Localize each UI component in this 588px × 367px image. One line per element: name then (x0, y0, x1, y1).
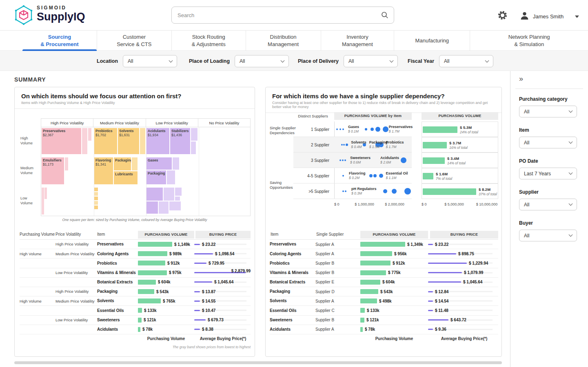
row-price-volatility: Low Price Volatility (55, 318, 97, 322)
sidebar-filter-label-purchasing-category: Purchasing category (519, 96, 579, 102)
table-row: ProbioticsSupplier B$ 912k$ 1,229.94 (270, 259, 498, 268)
treemap-item[interactable] (44, 188, 47, 199)
treemap-item-solvents[interactable]: Solvents$1,631 (118, 128, 139, 154)
search-input[interactable] (172, 12, 381, 18)
sidebar-po-date-select[interactable]: Last 7 Years (519, 168, 577, 179)
data-dot (341, 144, 343, 146)
dot-label-value: $ 1.7M (389, 129, 413, 133)
brand-logo[interactable]: SIGMOID SupplyIQ (14, 5, 85, 25)
tab-customer-service-cts[interactable]: CustomerService & CTS (97, 31, 171, 51)
price-line (194, 263, 206, 264)
gray-band-note: The gray band shows prices from lowest t… (20, 345, 251, 349)
chart-bar-row: $ 5.3M24% of total (422, 122, 498, 137)
treemap-item-acidulants[interactable]: Acidulants$1,934 (146, 128, 169, 154)
settings-gear-icon[interactable] (497, 10, 508, 20)
volume-value: $ 604k (382, 280, 395, 284)
treemap-item[interactable] (94, 192, 98, 196)
tab-label: Management (342, 41, 373, 48)
data-dot (375, 127, 380, 132)
treemap-item[interactable] (175, 197, 180, 201)
user-avatar-icon[interactable] (519, 11, 530, 21)
user-menu-chevron-icon[interactable] (575, 15, 579, 18)
treemap-item-lubricants[interactable]: Lubricants (114, 171, 138, 184)
filter-location-select[interactable]: All (123, 55, 177, 67)
treemap-item-emulsifiers[interactable]: Emulsifiers$1,173 (42, 157, 64, 184)
bar-percent: 14% of total (447, 161, 466, 166)
price-value: $ 10.47 (202, 308, 215, 313)
treemap-item-stabilizers[interactable]: Stabilizers$1,436 (170, 128, 190, 154)
treemap-item[interactable] (169, 201, 181, 210)
filter-fiscal-year-select[interactable]: All (439, 55, 493, 67)
data-dot (342, 190, 344, 192)
dot-label-name: Preservatives (389, 125, 413, 129)
price-line (194, 319, 206, 321)
sidebar-filter-label-po-date: PO Date (519, 158, 579, 164)
row-volume-cell: $ 775k (360, 270, 428, 275)
tab-sourcing-procurement[interactable]: Sourcing& Procurement (22, 31, 97, 51)
volume-bar (423, 157, 445, 164)
sidebar-item-select[interactable]: All (519, 137, 577, 148)
treemap-item[interactable] (42, 188, 44, 214)
treemap-item-probiotics[interactable]: Probiotics$1,702 (94, 128, 117, 154)
treemap-item-name: Solvents (119, 129, 138, 133)
filter-place-of-delivery-select[interactable]: All (344, 55, 398, 67)
treemap-item[interactable] (159, 201, 169, 214)
horizontal-scrollbar[interactable] (14, 361, 502, 364)
treemap-item[interactable] (88, 128, 91, 141)
treemap-item[interactable] (191, 141, 196, 154)
tab-manufacturing[interactable]: Manufacturing (394, 31, 470, 51)
treemap-item[interactable] (94, 188, 98, 191)
tab-label: Customer (123, 33, 146, 41)
volume-value: $ 956k (394, 252, 407, 256)
treemap-item-value: $1,173 (43, 162, 63, 166)
sidebar-supplier-select[interactable]: All (519, 199, 577, 210)
sidebar-purchasing-category-select[interactable]: All (519, 106, 577, 117)
data-dot (342, 159, 344, 161)
volume-bar (360, 318, 364, 323)
volume-value: $ 543k (156, 290, 169, 294)
volume-value: $ 1,349k (407, 242, 423, 247)
treemap-item[interactable] (173, 157, 179, 170)
row-volume-cell: $ 543k (360, 289, 428, 294)
treemap-item[interactable] (132, 157, 138, 170)
treemap-item-preservatives[interactable]: Preservatives$2,367 (42, 128, 81, 154)
tab-network-planning-simulation[interactable]: Network Planning& Simulation (470, 31, 588, 51)
row-price-cell: $ 8.38 (194, 327, 251, 332)
main-content: SUMMARY On which items should we focus o… (0, 71, 510, 367)
tab-distribution-management[interactable]: DistributionManagement (246, 31, 321, 51)
collapse-sidebar-button[interactable]: » (519, 75, 523, 83)
tab-stock-routing-adjustments[interactable]: Stock Routing& Adjustments (171, 31, 246, 51)
volume-bar (360, 270, 386, 275)
row-item-name: Essential Oils (97, 308, 138, 313)
treemap-item[interactable] (140, 128, 145, 154)
price-line (428, 263, 467, 264)
treemap-item[interactable] (191, 128, 197, 141)
treemap-item[interactable] (94, 201, 98, 205)
treemap-item[interactable] (65, 157, 68, 170)
treemap-item[interactable] (82, 128, 87, 154)
treemap-item[interactable] (94, 206, 98, 209)
filter-place-of-loading-select[interactable]: All (235, 55, 289, 67)
sidebar-buyer-select[interactable]: All (519, 230, 577, 241)
treemap-item[interactable] (146, 201, 158, 214)
treemap-item[interactable] (164, 188, 174, 201)
treemap-item[interactable] (94, 197, 98, 200)
dot-label-name: Sweeteners (350, 156, 371, 160)
tab-inventory-management[interactable]: InventoryManagement (321, 31, 394, 51)
treemap-item[interactable] (146, 188, 163, 201)
treemap-item-packaging[interactable]: Packaging (114, 157, 131, 170)
treemap-item-gases[interactable]: Gases (146, 157, 172, 170)
search-icon[interactable] (381, 11, 388, 19)
dot-label-name: Probiotics (386, 140, 404, 145)
user-name[interactable]: James Smith (533, 13, 564, 20)
treemap-item[interactable] (167, 170, 175, 184)
treemap-item[interactable] (175, 188, 182, 196)
search-box[interactable] (171, 7, 394, 24)
dot-label-value: $ 0.6M (350, 160, 371, 164)
volume-value: $ 604k (158, 280, 171, 284)
treemap-item-flavoring[interactable]: Flavoring$1,341 (94, 157, 113, 184)
bar-axis: $ 0$ 5,000,000$ 10,000,000 (422, 202, 498, 207)
row-price-cell: $ 2,879.99 (194, 272, 251, 273)
filter-sidebar: » Purchasing categoryAllItemAllPO DateLa… (510, 71, 588, 367)
treemap-item-packaging[interactable]: Packaging (146, 170, 166, 184)
